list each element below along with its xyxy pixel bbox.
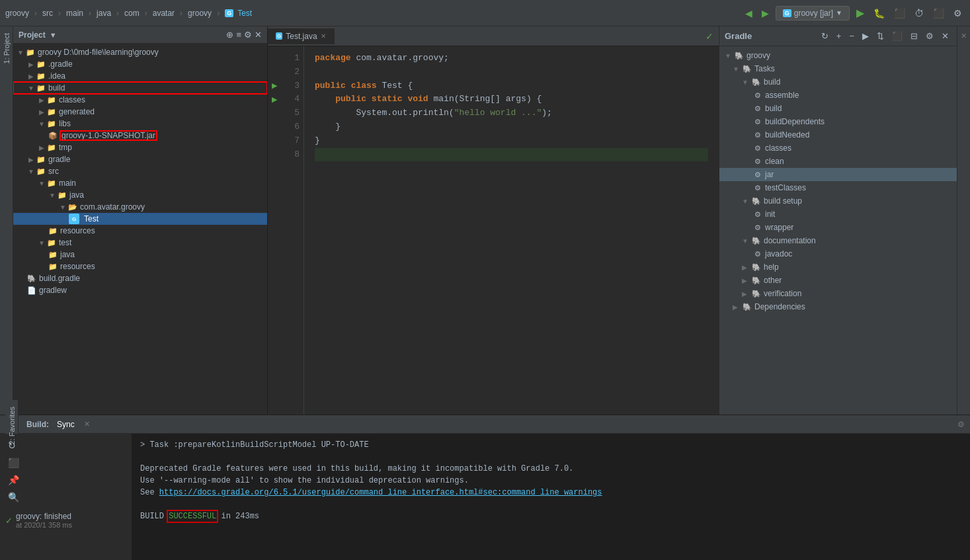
tree-item-jar[interactable]: 📦 groovy-1.0-SNAPSHOT.jar [13, 130, 267, 141]
gradle-item-testClasses[interactable]: ⚙ testClasses [719, 181, 957, 194]
navigate-back-btn[interactable]: ◀ [743, 5, 755, 21]
build-sidebar-search-btn[interactable]: 🔍 [5, 489, 126, 505]
gradle-toggle-btn[interactable]: ⇅ [874, 30, 887, 42]
build-label: Build: [24, 420, 49, 429]
gradle-refresh-btn[interactable]: ↻ [819, 30, 831, 42]
gradle-item-jar[interactable]: ⚙ jar [719, 168, 957, 181]
build-sidebar-pin-btn[interactable]: 📌 [5, 472, 126, 488]
tree-item-src[interactable]: ▼ 📁 src [13, 165, 267, 177]
gradle-item-assemble[interactable]: ⚙ assemble [719, 89, 957, 102]
favorites-tab[interactable]: 2: Favorites [7, 403, 17, 448]
output-link[interactable]: https://docs.gradle.org/6.5.1/userguide/… [159, 488, 602, 497]
gradle-item-wrapper[interactable]: ⚙ wrapper [719, 221, 957, 234]
breadcrumb-java[interactable]: java [97, 9, 111, 18]
tree-item-groovy-root[interactable]: ▼ 📁 groovy D:\0md-file\learning\groovy [13, 46, 267, 58]
stop-button[interactable]: ⬛ [930, 5, 947, 21]
tree-item-classes[interactable]: ▶ 📁 classes [13, 94, 267, 106]
tree-item-test-folder[interactable]: ▼ 📁 test [13, 237, 267, 249]
build-item-groovy[interactable]: ✓ groovy: finished at 2020/1 358 ms [5, 510, 126, 530]
tree-item-java[interactable]: ▼ 📁 java [13, 189, 267, 201]
breadcrumb-test[interactable]: Test [237, 9, 252, 18]
new-item-btn[interactable]: ⊕ [226, 30, 233, 40]
bottom-tab-sync[interactable]: Sync [54, 419, 77, 430]
gradle-run-btn[interactable]: ▶ [860, 30, 871, 42]
gradle-item-init[interactable]: ⚙ init [719, 208, 957, 221]
breadcrumb-groovy[interactable]: groovy [5, 9, 29, 18]
gradle-item-help[interactable]: ▶ 🐘 help [719, 260, 957, 274]
tree-item-test-file[interactable]: G Test [13, 213, 267, 225]
gradle-item-dependencies[interactable]: ▶ 🐘 Dependencies [719, 300, 957, 313]
tree-arrow-package: ▼ [58, 204, 67, 211]
project-tab-label[interactable]: 1: Project [1, 29, 12, 67]
editor-tab-test[interactable]: G Test.java ✕ [268, 28, 335, 44]
gradle-gear-icon-wrapper: ⚙ [752, 222, 763, 233]
gradle-item-build-setup[interactable]: ▼ 🐘 build setup [719, 194, 957, 208]
tree-item-tmp[interactable]: ▶ 📁 tmp [13, 141, 267, 153]
breadcrumb-avatar[interactable]: avatar [153, 9, 175, 18]
gradle-close-btn[interactable]: ✕ [939, 30, 951, 42]
tree-item-gradle[interactable]: ▶ 📁 gradle [13, 153, 267, 165]
gradle-settings-btn[interactable]: ⚙ [923, 30, 936, 42]
code-content[interactable]: package com.avatar.groovy; public class … [304, 46, 719, 415]
tree-item-test-java[interactable]: 📁 java [13, 249, 267, 260]
gradle-collapse-btn[interactable]: ⊟ [908, 30, 920, 42]
gradle-item-documentation[interactable]: ▼ 🐘 documentation [719, 234, 957, 247]
navigate-forward-btn[interactable]: ▶ [759, 5, 772, 21]
tree-item-test-resources[interactable]: 📁 resources [13, 260, 267, 272]
gradle-expand-btn[interactable]: ⬛ [889, 30, 905, 42]
bottom-gear-btn[interactable]: ⚙ [957, 420, 965, 429]
tree-item-build-gradle[interactable]: 🐘 build.gradle [13, 272, 267, 284]
debug-button[interactable]: 🐛 [871, 5, 887, 21]
tree-arrow-generated: ▶ [37, 108, 46, 116]
project-close-btn[interactable]: ✕ [255, 30, 262, 40]
gradle-item-tasks[interactable]: ▼ 🐘 Tasks [719, 62, 957, 75]
project-settings-btn[interactable]: ⚙ [244, 30, 252, 40]
gradle-item-build-group[interactable]: ▼ 🐘 build [719, 75, 957, 89]
breadcrumb-src[interactable]: src [42, 9, 53, 18]
gradle-item-build-task[interactable]: ⚙ build [719, 102, 957, 115]
gradle-item-buildNeeded[interactable]: ⚙ buildNeeded [719, 128, 957, 141]
tree-item-resources-main[interactable]: 📁 resources [13, 225, 267, 237]
output-line-3: Deprecated Gradle features were used in … [140, 463, 962, 475]
tree-item-gradlew[interactable]: 📄 gradlew [13, 284, 267, 296]
project-dropdown-arrow[interactable]: ▼ [50, 31, 57, 39]
build-sidebar-refresh-btn[interactable]: ↻ [5, 438, 126, 454]
tree-item-libs[interactable]: ▼ 📁 libs [13, 118, 267, 130]
gradle-item-groovy[interactable]: ▼ 🐘 groovy [719, 49, 957, 62]
gradle-item-classes-task[interactable]: ⚙ classes [719, 141, 957, 155]
tree-item-dotidea[interactable]: ▶ 📁 .idea [13, 70, 267, 82]
gutter-run-3[interactable]: ▶ [268, 79, 281, 93]
bottom-tab-sync-close[interactable]: ✕ [84, 420, 90, 428]
gradle-item-javadoc[interactable]: ⚙ javadoc [719, 247, 957, 260]
gradle-remove-btn[interactable]: − [846, 30, 857, 42]
breadcrumb-groovy2[interactable]: groovy [188, 9, 212, 18]
right-tab-close[interactable]: ✕ [958, 29, 969, 43]
gradle-item-clean[interactable]: ⚙ clean [719, 155, 957, 168]
gradle-add-btn[interactable]: + [834, 30, 844, 42]
gutter-line-1 [268, 52, 281, 65]
tree-label-generated: generated [59, 107, 95, 116]
file-tree: ▼ 📁 groovy D:\0md-file\learning\groovy ▶… [13, 44, 267, 415]
dropdown-arrow-icon: ▼ [836, 9, 842, 17]
tree-item-build[interactable]: ▼ 📁 build [13, 82, 267, 94]
gradle-label-verification: verification [764, 289, 801, 298]
coverage-button[interactable]: ⬛ [891, 5, 908, 21]
gradle-item-buildDependents[interactable]: ⚙ buildDependents [719, 115, 957, 128]
gradle-item-other[interactable]: ▶ 🐘 other [719, 274, 957, 287]
tree-item-main[interactable]: ▼ 📁 main [13, 177, 267, 189]
tree-item-package[interactable]: ▼ 📂 com.avatar.groovy [13, 201, 267, 213]
breadcrumb-main[interactable]: main [66, 9, 83, 18]
tree-item-dotgradle[interactable]: ▶ 📁 .gradle [13, 58, 267, 70]
run-button[interactable]: ▶ [854, 4, 867, 22]
settings-button[interactable]: ⚙ [951, 5, 965, 21]
output-line-2 [140, 451, 962, 463]
tree-item-generated[interactable]: ▶ 📁 generated [13, 106, 267, 118]
run-config-dropdown[interactable]: G groovy [jar] ▼ [776, 6, 850, 20]
gutter-run-4[interactable]: ▶ [268, 93, 281, 106]
breadcrumb-com[interactable]: com [124, 9, 140, 18]
gradle-item-verification[interactable]: ▶ 🐘 verification [719, 287, 957, 300]
collapse-all-btn[interactable]: ≡ [236, 30, 241, 40]
build-sidebar-stop-btn[interactable]: ⬛ [5, 455, 126, 471]
tab-close-test[interactable]: ✕ [321, 32, 326, 40]
profile-button[interactable]: ⏱ [912, 5, 926, 21]
